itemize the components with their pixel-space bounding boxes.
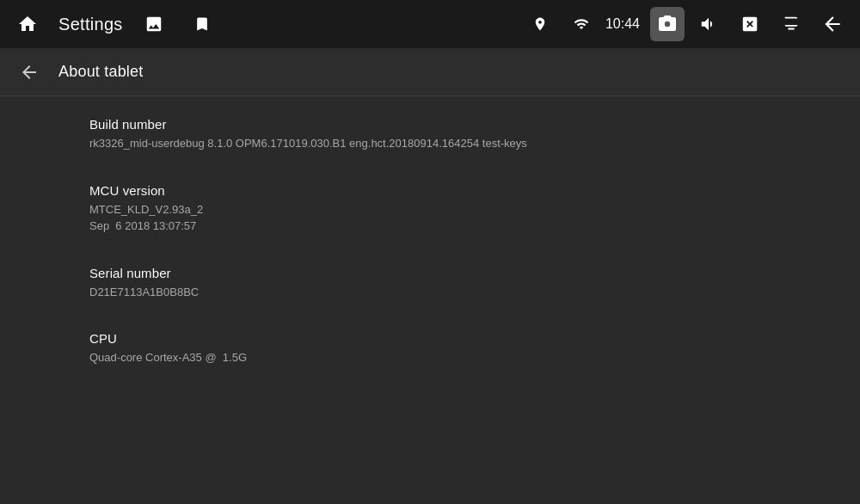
status-left: Settings (10, 7, 219, 41)
volume-icon[interactable] (691, 7, 726, 41)
info-value-2: D21E7113A1B0B8BC (89, 284, 805, 301)
info-value-1: MTCE_KLD_V2.93a_2 Sep 6 2018 13:07:57 (89, 201, 805, 235)
bookmark-icon[interactable] (185, 7, 219, 41)
content-area: Build numberrk3326_mid-userdebug 8.1.0 O… (0, 96, 860, 504)
back-icon[interactable] (815, 7, 850, 41)
close-box-icon[interactable] (733, 7, 767, 41)
info-item-2: Serial numberD21E7113A1B0B8BC (0, 252, 860, 315)
info-item-1: MCU versionMTCE_KLD_V2.93a_2 Sep 6 2018 … (0, 169, 860, 249)
info-item-0: Build numberrk3326_mid-userdebug 8.1.0 O… (0, 103, 860, 166)
status-right: 10:44 (523, 7, 850, 41)
info-label-3: CPU (89, 331, 805, 346)
info-value-3: Quad-core Cortex-A35 @ 1.5G (89, 349, 805, 366)
info-label-1: MCU version (89, 183, 805, 198)
info-label-2: Serial number (89, 266, 805, 280)
home-icon[interactable] (10, 7, 45, 41)
time-display: 10:44 (605, 16, 640, 32)
location-icon (523, 7, 557, 41)
app-bar: About tablet (0, 48, 860, 96)
app-title: Settings (58, 15, 123, 34)
screen-icon[interactable] (774, 7, 808, 41)
camera-icon[interactable] (650, 7, 685, 41)
page-title: About tablet (58, 63, 143, 81)
back-button[interactable] (14, 57, 45, 88)
info-value-0: rk3326_mid-userdebug 8.1.0 OPM6.171019.0… (89, 135, 805, 152)
wifi-icon (564, 7, 599, 41)
info-item-3: CPUQuad-core Cortex-A35 @ 1.5G (0, 317, 860, 380)
info-label-0: Build number (89, 117, 805, 132)
status-bar: Settings 10:44 (0, 0, 860, 48)
image-icon[interactable] (137, 7, 171, 41)
